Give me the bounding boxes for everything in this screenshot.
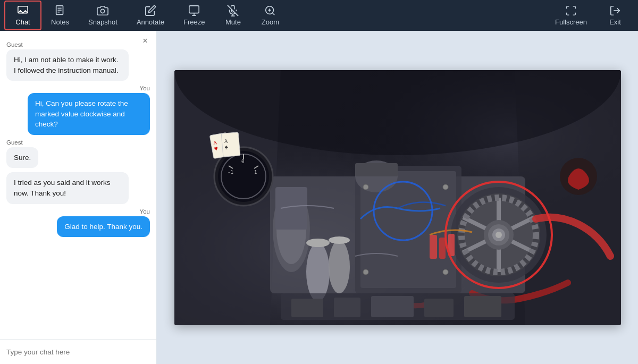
- svg-point-44: [363, 184, 368, 190]
- svg-rect-74: [464, 296, 501, 317]
- svg-text:1: 1: [254, 170, 257, 175]
- engine-background: 0 1 -1 A ♥ A ♠: [174, 70, 621, 325]
- toolbar-label-fullscreen: Fullscreen: [555, 18, 587, 26]
- zoom-icon: [264, 5, 276, 16]
- svg-point-25: [306, 243, 330, 301]
- annotate-icon: [145, 5, 156, 16]
- svg-rect-72: [371, 296, 414, 317]
- toolbar-item-annotate[interactable]: Annotate: [127, 2, 174, 29]
- toolbar-item-freeze[interactable]: Freeze: [174, 2, 214, 29]
- chat-close-button[interactable]: ×: [139, 35, 151, 47]
- svg-point-47: [443, 269, 448, 275]
- svg-point-27: [329, 240, 350, 293]
- toolbar-label-snapshot: Snapshot: [88, 18, 117, 26]
- chat-sender-3: Guest: [6, 139, 23, 146]
- svg-rect-48: [430, 235, 437, 259]
- chat-bubble-2: Hi, Can you please rotate the marked val…: [28, 93, 150, 135]
- toolbar-label-exit: Exit: [609, 18, 621, 26]
- notes-icon: [54, 5, 66, 16]
- svg-point-42: [496, 232, 502, 238]
- svg-rect-32: [355, 163, 398, 176]
- toolbar-item-mute[interactable]: Mute: [214, 2, 251, 29]
- toolbar-item-notes[interactable]: Notes: [41, 2, 79, 29]
- exit-icon: [609, 5, 621, 16]
- toolbar-label-notes: Notes: [51, 18, 69, 26]
- svg-line-13: [273, 13, 275, 15]
- toolbar-item-snapshot[interactable]: Snapshot: [79, 2, 127, 29]
- svg-point-45: [443, 184, 448, 190]
- svg-rect-6: [189, 6, 199, 13]
- chat-messages: Guest Hi, I am not able to make it work.…: [0, 31, 156, 339]
- toolbar-label-freeze: Freeze: [183, 18, 205, 26]
- svg-rect-24: [275, 187, 307, 230]
- chat-sender-2: You: [140, 85, 150, 91]
- engine-annotation-svg: 0 1 -1 A ♥ A ♠: [174, 70, 621, 325]
- svg-point-5: [101, 9, 105, 13]
- svg-point-26: [306, 239, 330, 247]
- svg-point-28: [329, 236, 350, 244]
- fullscreen-icon: [565, 5, 577, 16]
- chat-bubble-4: I tried as you said and it works now. Th…: [6, 172, 129, 204]
- main-area: × Guest Hi, I am not able to make it wor…: [0, 31, 638, 364]
- chat-sender-1: Guest: [6, 41, 23, 48]
- toolbar-item-chat[interactable]: Chat: [4, 1, 41, 30]
- toolbar-item-exit[interactable]: Exit: [597, 2, 634, 29]
- toolbar-item-fullscreen[interactable]: Fullscreen: [545, 2, 597, 29]
- chat-bubble-1: Hi, I am not able to make it work. I fol…: [6, 49, 129, 81]
- chat-icon: [17, 5, 29, 16]
- engine-view: 0 1 -1 A ♥ A ♠: [174, 70, 621, 325]
- chat-bubble-5: Glad to help. Thank you.: [57, 216, 150, 238]
- chat-input[interactable]: [6, 348, 150, 356]
- toolbar-label-chat: Chat: [15, 18, 30, 26]
- toolbar-item-zoom[interactable]: Zoom: [251, 2, 289, 29]
- chat-group-5: You Glad to help. Thank you.: [6, 208, 150, 238]
- chat-input-area: [0, 339, 156, 364]
- freeze-icon: [188, 5, 200, 16]
- toolbar-label-annotate: Annotate: [137, 18, 164, 26]
- svg-rect-70: [291, 299, 323, 317]
- svg-text:0: 0: [241, 159, 244, 164]
- svg-rect-71: [334, 298, 360, 317]
- svg-text:-1: -1: [228, 170, 233, 175]
- chat-group-2: You Hi, Can you please rotate the marked…: [6, 85, 150, 135]
- chat-panel: × Guest Hi, I am not able to make it wor…: [0, 31, 157, 364]
- toolbar: Chat Notes Snapshot Annotate: [0, 0, 638, 31]
- chat-bubble-3: Sure.: [6, 147, 38, 168]
- content-area: 0 1 -1 A ♥ A ♠: [157, 31, 638, 364]
- svg-rect-73: [424, 299, 454, 317]
- chat-group-1: Guest Hi, I am not able to make it work.…: [6, 41, 150, 81]
- mute-icon: [227, 5, 239, 16]
- toolbar-label-mute: Mute: [225, 18, 241, 26]
- svg-rect-49: [439, 238, 446, 259]
- svg-point-46: [363, 269, 368, 275]
- snapshot-icon: [97, 5, 108, 16]
- chat-group-3: Guest Sure.: [6, 139, 150, 168]
- chat-sender-5: You: [140, 208, 150, 215]
- toolbar-label-zoom: Zoom: [262, 18, 279, 26]
- chat-group-4: I tried as you said and it works now. Th…: [6, 172, 150, 204]
